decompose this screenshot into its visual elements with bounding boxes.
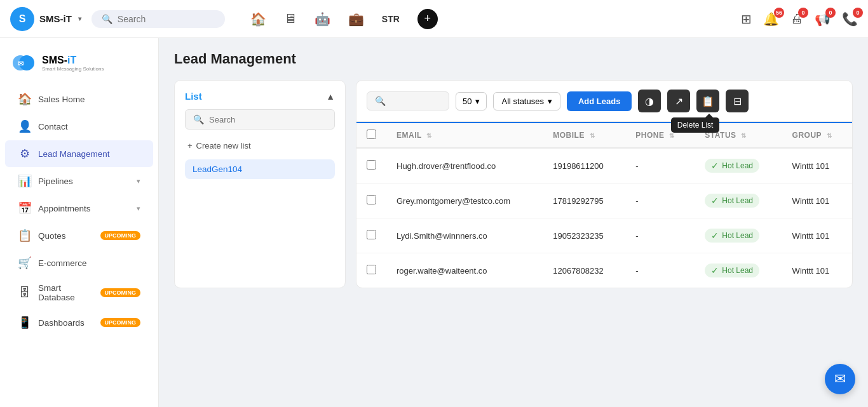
smart-database-label: Smart Database xyxy=(38,283,94,302)
columns-icon: ⊟ xyxy=(733,95,742,107)
row-checkbox-3[interactable] xyxy=(367,265,376,274)
quotes-badge: UPCOMING xyxy=(100,231,141,240)
group-sort-icon[interactable]: ⇅ xyxy=(827,132,832,139)
top-search-input[interactable] xyxy=(118,14,215,24)
sidebar-logo: ✉ SMS-iT Smart Messaging Solutions xyxy=(0,48,158,85)
dashboards-label: Dashboards xyxy=(38,318,94,328)
status-dot-1: ✓ xyxy=(711,196,719,206)
email-sort-icon[interactable]: ⇅ xyxy=(426,132,432,139)
delete-list-container: 📋 Delete List xyxy=(696,90,719,112)
list-chevron-icon[interactable]: ▲ xyxy=(326,91,335,102)
top-nav: S SMS-iT ▾ 🔍 🏠 🖥 🤖 💼 STR + ⊞ 🔔 56 🖨 0 📢 … xyxy=(0,0,868,38)
pipelines-arrow-icon[interactable]: ▾ xyxy=(137,177,140,185)
phone-badge: 0 xyxy=(853,8,863,18)
sidebar-item-ecommerce[interactable]: 🛒 E-commerce xyxy=(5,250,153,276)
status-filter-label: All statuses xyxy=(501,97,543,106)
phone-sort-icon[interactable]: ⇅ xyxy=(669,132,675,139)
quotes-icon: 📋 xyxy=(18,229,32,243)
select-all-col xyxy=(356,123,386,148)
briefcase-icon[interactable]: 💼 xyxy=(348,11,364,27)
toggle-button[interactable]: ◑ xyxy=(638,90,661,112)
search-icon: 🔍 xyxy=(102,14,112,24)
home-icon[interactable]: 🏠 xyxy=(250,11,266,27)
table-body: Hugh.drover@trentflood.co 19198611200 - … xyxy=(356,148,852,288)
sidebar-item-appointments[interactable]: 📅 Appointments ▾ xyxy=(5,195,153,222)
table-search-input[interactable] xyxy=(390,97,441,106)
dashboards-icon: 📱 xyxy=(18,316,32,330)
sidebar-item-pipelines[interactable]: 📊 Pipelines ▾ xyxy=(5,168,153,194)
plus-button[interactable]: + xyxy=(417,9,438,29)
status-sort-icon[interactable]: ⇅ xyxy=(741,132,747,139)
plus-icon: + xyxy=(187,141,193,150)
svg-text:✉: ✉ xyxy=(18,60,24,67)
robot-icon[interactable]: 🤖 xyxy=(315,11,330,27)
mobile-col-header: MOBILE ⇅ xyxy=(543,123,625,148)
list-search-input[interactable] xyxy=(209,115,327,124)
row-checkbox-1[interactable] xyxy=(367,195,376,204)
status-filter-select[interactable]: All statuses ▾ xyxy=(493,92,560,110)
appointments-arrow-icon[interactable]: ▾ xyxy=(137,204,140,213)
list-search-box[interactable]: 🔍 xyxy=(185,109,335,130)
row-mobile-3: 12067808232 xyxy=(543,253,625,288)
row-mobile-2: 19052323235 xyxy=(543,218,625,253)
table-row: Lydi.Smith@winnners.co 19052323235 - ✓ H… xyxy=(356,218,852,253)
status-dot-3: ✓ xyxy=(711,265,719,276)
add-leads-button[interactable]: Add Leads xyxy=(567,91,632,111)
per-page-select[interactable]: 50 ▾ xyxy=(456,92,487,110)
columns-button[interactable]: ⊟ xyxy=(726,90,749,112)
sidebar-item-sales-home[interactable]: 🏠 Sales Home xyxy=(5,86,153,112)
mobile-sort-icon[interactable]: ⇅ xyxy=(590,132,595,139)
ecommerce-label: E-commerce xyxy=(38,258,140,268)
bell-badge: 56 xyxy=(774,8,784,18)
list-panel: List ▲ 🔍 + Create new list LeadGen104 xyxy=(174,80,346,288)
bell-icon-btn[interactable]: 🔔 56 xyxy=(763,11,779,27)
chat-bubble-button[interactable]: ✉ xyxy=(825,364,855,394)
row-checkbox-2[interactable] xyxy=(367,230,376,239)
smart-database-icon: 🗄 xyxy=(18,286,32,300)
sidebar-item-contact[interactable]: 👤 Contact xyxy=(5,113,153,140)
monitor-icon[interactable]: 🖥 xyxy=(284,11,297,26)
speaker-icon-btn[interactable]: 📢 0 xyxy=(815,11,831,27)
status-badge-3: ✓ Hot Lead xyxy=(705,264,759,277)
leads-table: EMAIL ⇅ MOBILE ⇅ PHONE ⇅ STATUS ⇅ GROUP … xyxy=(356,123,852,288)
pipelines-label: Pipelines xyxy=(38,177,130,186)
row-mobile-1: 17819292795 xyxy=(543,183,625,218)
table-row: Hugh.drover@trentflood.co 19198611200 - … xyxy=(356,148,852,183)
print-icon-btn[interactable]: 🖨 0 xyxy=(790,11,803,26)
top-nav-icons: ⊞ 🔔 56 🖨 0 📢 0 📞 0 xyxy=(741,11,858,27)
top-search-box[interactable]: 🔍 xyxy=(92,10,225,28)
group-col-header: GROUP ⇅ xyxy=(782,123,852,148)
sidebar-item-smart-database[interactable]: 🗄 Smart Database UPCOMING xyxy=(5,277,153,309)
sidebar-item-dashboards[interactable]: 📱 Dashboards UPCOMING xyxy=(5,309,153,336)
sidebar-item-lead-management[interactable]: ⚙ Lead Management xyxy=(5,140,153,167)
delete-list-button[interactable]: 📋 xyxy=(696,90,719,112)
print-badge: 0 xyxy=(798,8,808,18)
create-list-label: Create new list xyxy=(196,141,251,150)
phone-icon-btn[interactable]: 📞 0 xyxy=(842,11,858,27)
grid-icon-btn[interactable]: ⊞ xyxy=(741,11,752,27)
row-status-2: ✓ Hot Lead xyxy=(695,218,782,253)
list-header: List ▲ xyxy=(185,91,335,102)
delete-list-icon: 📋 xyxy=(702,95,714,107)
list-item-leadgen104[interactable]: LeadGen104 xyxy=(185,159,335,179)
export-icon: ↗ xyxy=(675,95,683,107)
create-list-button[interactable]: + Create new list xyxy=(185,137,335,154)
status-badge-2: ✓ Hot Lead xyxy=(705,229,759,243)
row-checkbox-col-3 xyxy=(356,253,386,288)
row-group-3: Winttt 101 xyxy=(782,253,852,288)
delete-list-tooltip: Delete List xyxy=(671,117,720,133)
sidebar: ✉ SMS-iT Smart Messaging Solutions 🏠 Sal… xyxy=(0,38,159,407)
brand-logo[interactable]: S SMS-iT ▾ xyxy=(10,7,81,31)
table-search-box[interactable]: 🔍 xyxy=(367,91,449,110)
export-button[interactable]: ↗ xyxy=(667,90,690,112)
str-label[interactable]: STR xyxy=(382,14,400,24)
row-status-3: ✓ Hot Lead xyxy=(695,253,782,288)
status-badge-0: ✓ Hot Lead xyxy=(705,159,759,173)
grid-icon: ⊞ xyxy=(741,12,752,26)
per-page-value: 50 xyxy=(463,97,471,106)
sidebar-item-quotes[interactable]: 📋 Quotes UPCOMING xyxy=(5,222,153,249)
quotes-label: Quotes xyxy=(38,231,94,241)
row-checkbox-0[interactable] xyxy=(367,160,376,170)
select-all-checkbox[interactable] xyxy=(367,130,376,139)
row-status-0: ✓ Hot Lead xyxy=(695,148,782,183)
